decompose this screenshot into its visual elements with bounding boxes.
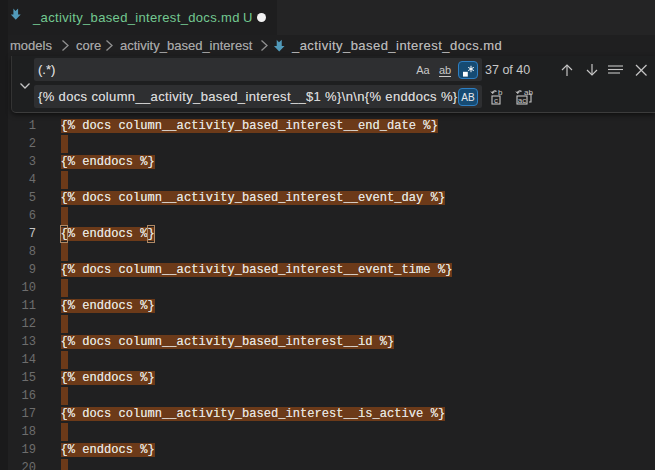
svg-text:c: c	[494, 96, 498, 105]
svg-text:b: b	[498, 88, 503, 97]
svg-text:ac: ac	[518, 96, 526, 105]
